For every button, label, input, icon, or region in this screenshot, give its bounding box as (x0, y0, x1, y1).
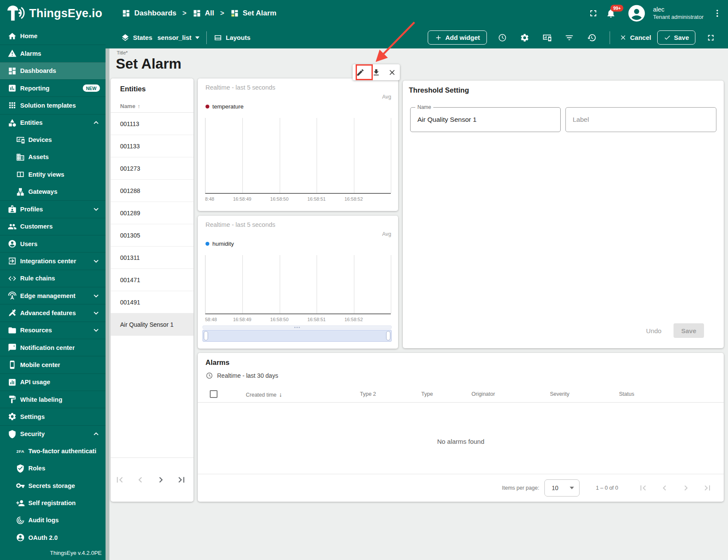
entity-row-001311[interactable]: 001311 (111, 247, 193, 269)
kebab-menu-icon[interactable] (713, 9, 722, 18)
threshold-save-button[interactable]: Save (674, 323, 704, 338)
breadcrumb-item-set-alarm[interactable]: Set Alarm (230, 9, 277, 18)
column-header-originator[interactable]: Originator (471, 391, 495, 397)
sidebar-item-notification-center[interactable]: Notification center (0, 339, 106, 356)
sidebar-item-rule-chains[interactable]: Rule chains (0, 270, 106, 287)
alarms-timewindow-label: Realtime - last 30 days (217, 372, 278, 379)
sidebar-item-settings[interactable]: Settings (0, 408, 106, 425)
entity-row-001289[interactable]: 001289 (111, 202, 193, 224)
mobile-icon (8, 360, 17, 369)
sidebar-item-security[interactable]: Security (0, 425, 106, 443)
undo-button[interactable]: Undo (646, 327, 662, 334)
entity-row-001133[interactable]: 001133 (111, 135, 193, 157)
sidebar-item-dashboards[interactable]: Dashboards (0, 62, 106, 79)
alarms-table-header: Created time↓Type 2TypeOriginatorSeverit… (198, 386, 724, 403)
sidebar-item-entities[interactable]: Entities (0, 114, 106, 131)
sidebar-item-reporting[interactable]: ReportingNEW (0, 79, 106, 96)
sidebar-item-alarms[interactable]: Alarms (0, 45, 106, 62)
sidebar-item-entity-views[interactable]: Entity views (0, 166, 106, 183)
avatar[interactable] (628, 4, 646, 22)
logo[interactable]: ThingsEye.io (6, 4, 102, 23)
column-header-type-2[interactable]: Type 2 (360, 391, 376, 397)
entity-row-001273[interactable]: 001273 (111, 157, 193, 180)
column-header-type[interactable]: Type (421, 391, 433, 397)
security-icon (8, 430, 17, 439)
layouts-button[interactable]: Layouts (214, 33, 251, 42)
filters-button[interactable] (558, 27, 580, 48)
sidebar-item-api-usage[interactable]: API usage (0, 373, 106, 391)
sidebar-item-customers[interactable]: Customers (0, 218, 106, 235)
sidebar-item-profiles[interactable]: Profiles (0, 200, 106, 217)
states-selector[interactable]: States sensor_list (121, 33, 199, 42)
sidebar-item-users[interactable]: Users (0, 235, 106, 252)
sidebar-item-edge-management[interactable]: Edge management (0, 287, 106, 304)
legend-item-humidity[interactable]: humidity (205, 241, 234, 247)
x-tick-label: 16:58:52 (338, 196, 369, 202)
range-handle-left[interactable] (204, 331, 208, 340)
range-selector-preview[interactable] (202, 325, 392, 329)
sidebar-item-oauth-2-0[interactable]: OAuth 2.0 (0, 529, 106, 546)
sidebar-item-resources[interactable]: Resources (0, 322, 106, 339)
sidebar-item-white-labeling[interactable]: White labeling (0, 391, 106, 408)
sidebar-item-label: White labeling (20, 396, 62, 403)
last-page-icon[interactable] (176, 474, 187, 485)
sidebar-item-self-registration[interactable]: Self registration (0, 494, 106, 512)
entity-aliases-button[interactable] (536, 27, 558, 48)
name-input[interactable] (411, 108, 560, 132)
gridline (242, 118, 243, 193)
select-all-checkbox[interactable] (210, 390, 217, 398)
version-history-button[interactable] (580, 27, 603, 48)
sort-ascending-icon: ↑ (137, 103, 140, 109)
close-widget-icon[interactable] (388, 68, 396, 77)
breadcrumb-item-all[interactable]: All (193, 9, 214, 18)
toolbar-fullscreen-button[interactable] (700, 27, 722, 48)
entity-row-001471[interactable]: 001471 (111, 269, 193, 291)
notifications-button[interactable]: 99+ (606, 8, 616, 18)
dashboard-settings-button[interactable] (514, 27, 536, 48)
column-header-status[interactable]: Status (619, 391, 634, 397)
legend-item-temperature[interactable]: temperature (205, 103, 244, 110)
timewindow-button[interactable] (491, 27, 514, 48)
fullscreen-icon[interactable] (588, 8, 598, 18)
sidebar-item-mobile-center[interactable]: Mobile center (0, 356, 106, 373)
notification-icon (8, 343, 17, 352)
sidebar-item-secrets-storage[interactable]: Secrets storage (0, 477, 106, 494)
column-header-created-time[interactable]: Created time↓ (246, 391, 282, 398)
sidebar-item-assets[interactable]: Assets (0, 148, 106, 166)
sidebar-item-gateways[interactable]: Gateways (0, 183, 106, 200)
edit-widget-icon[interactable] (356, 68, 365, 77)
save-dashboard-button[interactable]: Save (657, 30, 695, 45)
entity-row-001113[interactable]: 001113 (111, 113, 193, 135)
sidebar-item-home[interactable]: Home (0, 27, 106, 45)
sidebar-item-roles[interactable]: Roles (0, 460, 106, 477)
items-per-page-select[interactable]: 10 (544, 479, 580, 497)
sidebar-item-label: Secrets storage (28, 482, 75, 489)
sidebar-scrollbar[interactable] (106, 27, 109, 560)
entities-paginator (111, 458, 193, 502)
sidebar-item-advanced-features[interactable]: Advanced features (0, 304, 106, 321)
breadcrumb-item-dashboards[interactable]: Dashboards (122, 9, 176, 18)
entity-row-001491[interactable]: 001491 (111, 291, 193, 313)
legend-label: temperature (212, 103, 244, 110)
sidebar-item-devices[interactable]: Devices (0, 131, 106, 148)
download-widget-icon[interactable] (372, 68, 381, 77)
entity-row-air-quality-sensor-1[interactable]: Air Quality Sensor 1 (111, 313, 193, 336)
alarms-timewindow[interactable]: Realtime - last 30 days (205, 372, 278, 379)
sidebar-item-solution-templates[interactable]: Solution templates (0, 96, 106, 114)
cancel-button[interactable]: Cancel (619, 34, 651, 41)
sidebar-item-two-factor-authenticati[interactable]: 2FATwo-factor authenticati… (0, 443, 106, 460)
entity-row-001305[interactable]: 001305 (111, 224, 193, 247)
sidebar-item-integrations-center[interactable]: Integrations center (0, 252, 106, 269)
humidity-chart-widget: Realtime - last 5 seconds Avg humidity 5… (198, 216, 398, 349)
sidebar-item-audit-logs[interactable]: Audit logs (0, 512, 106, 529)
entity-row-001288[interactable]: 001288 (111, 180, 193, 202)
label-input[interactable] (566, 108, 716, 132)
sidebar-menu: HomeAlarmsDashboardsReportingNEWSolution… (0, 27, 106, 546)
range-handle-right[interactable] (386, 331, 390, 340)
next-page-icon[interactable] (155, 474, 166, 485)
entities-name-column-header[interactable]: Name↑ (120, 103, 140, 109)
column-header-severity[interactable]: Severity (550, 391, 569, 397)
range-selector[interactable] (202, 330, 392, 342)
add-widget-button[interactable]: Add widget (428, 30, 487, 45)
save-label: Save (674, 34, 689, 41)
